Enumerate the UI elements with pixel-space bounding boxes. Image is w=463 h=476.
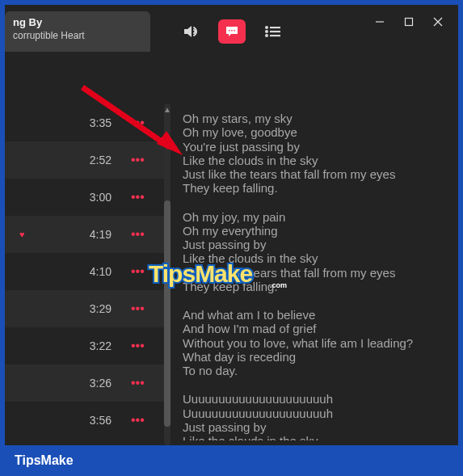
now-playing-card[interactable]: ng By corruptible Heart [5, 11, 150, 55]
footer-brand: TipsMake [15, 453, 74, 468]
track-row[interactable]: 3:26••• [5, 364, 165, 402]
minimize-button[interactable] [373, 15, 387, 29]
vertical-scrollbar[interactable]: ▲ [163, 103, 171, 445]
lyrics-button[interactable] [218, 19, 246, 44]
queue-icon[interactable] [263, 23, 281, 40]
track-duration: 3:26 [90, 377, 112, 390]
track-duration: 2:52 [90, 154, 112, 166]
maximize-button[interactable] [402, 15, 416, 29]
svg-rect-8 [270, 35, 280, 36]
track-row[interactable]: 3:29••• [5, 290, 165, 327]
close-button[interactable] [431, 15, 445, 29]
svg-rect-2 [234, 30, 235, 32]
track-duration: 3:35 [90, 116, 112, 129]
track-duration: 3:00 [90, 191, 112, 204]
track-duration: 4:10 [90, 265, 112, 278]
lyrics-stanza: Oh my joy, my pain Oh my everything Just… [183, 210, 453, 294]
footer-bar: TipsMake [5, 450, 458, 471]
track-row[interactable]: 3:22••• [5, 327, 165, 364]
svg-rect-0 [229, 30, 230, 32]
track-list-panel: 3:35•••2:52•••3:00•••♥4:19•••4:10•••3:29… [5, 52, 165, 445]
svg-point-5 [265, 30, 268, 33]
lyrics-panel[interactable]: Oh my stars, my sky Oh my love, goodbye … [183, 112, 453, 440]
track-duration: 3:29 [90, 302, 112, 315]
heart-icon[interactable]: ♥ [19, 230, 25, 239]
now-playing-subtitle: corruptible Heart [13, 30, 142, 41]
track-duration: 3:22 [90, 339, 112, 352]
track-row[interactable]: 2:52••• [5, 141, 165, 179]
svg-rect-10 [406, 19, 413, 26]
lyrics-stanza: Uuuuuuuuuuuuuuuuuuuuuh Uuuuuuuuuuuuuuuuu… [183, 392, 453, 440]
window-controls [364, 10, 453, 34]
track-duration: 4:19 [90, 228, 112, 241]
track-row[interactable]: 3:56••• [5, 402, 165, 439]
now-playing-title: ng By [13, 16, 142, 28]
svg-point-7 [265, 34, 268, 37]
titlebar: ng By corruptible Heart [5, 5, 458, 52]
lyrics-stanza: And what am I to believe And how I'm mad… [183, 308, 453, 377]
svg-rect-1 [231, 30, 233, 32]
sound-icon[interactable] [183, 23, 200, 40]
track-row[interactable]: 3:00••• [5, 179, 165, 216]
svg-rect-4 [270, 27, 280, 28]
content-area: 3:35•••2:52•••3:00•••♥4:19•••4:10•••3:29… [5, 52, 458, 445]
scroll-up-icon[interactable]: ▲ [163, 105, 171, 114]
svg-rect-6 [270, 31, 280, 32]
track-row[interactable]: 4:10••• [5, 253, 165, 290]
track-row[interactable]: ♥4:19••• [5, 216, 165, 253]
svg-point-3 [265, 26, 268, 29]
center-controls [183, 19, 281, 44]
scrollbar-thumb[interactable] [164, 200, 170, 427]
app-window: ng By corruptible Heart [5, 5, 458, 445]
track-duration: 3:56 [90, 414, 112, 427]
lyrics-stanza: Oh my stars, my sky Oh my love, goodbye … [183, 112, 453, 196]
track-row[interactable]: 3:35••• [5, 104, 165, 141]
